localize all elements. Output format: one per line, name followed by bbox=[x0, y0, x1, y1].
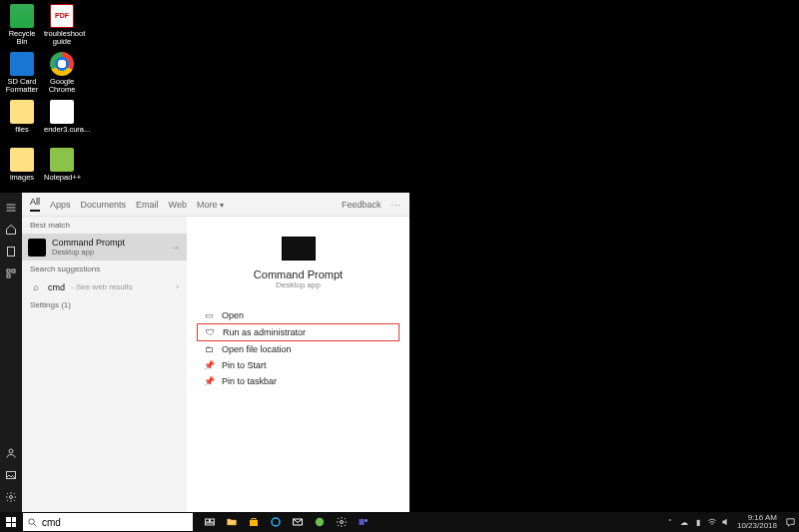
tab-apps[interactable]: Apps bbox=[50, 200, 71, 210]
search-tabs: All Apps Documents Email Web More Feedba… bbox=[22, 193, 409, 217]
mail-button[interactable] bbox=[287, 512, 309, 532]
tray-network-icon[interactable] bbox=[705, 517, 719, 527]
svg-point-7 bbox=[29, 518, 34, 524]
windows-logo-icon bbox=[6, 517, 16, 527]
apps-icon[interactable] bbox=[0, 263, 22, 284]
taskbar-search-input[interactable] bbox=[42, 517, 193, 528]
picture-icon[interactable] bbox=[0, 464, 22, 486]
action-pin-to-start[interactable]: 📌 Pin to Start bbox=[197, 357, 400, 373]
tab-all[interactable]: All bbox=[30, 197, 40, 212]
svg-point-6 bbox=[10, 496, 13, 499]
tab-more[interactable]: More bbox=[197, 200, 224, 210]
app-green-button[interactable] bbox=[309, 512, 331, 532]
desktop-icon-troubleshoot-guide[interactable]: troubleshoot guide bbox=[44, 4, 80, 47]
action-run-as-administrator[interactable]: 🛡 Run as administrator bbox=[197, 323, 400, 341]
search-rail bbox=[0, 193, 22, 512]
action-center-button[interactable] bbox=[781, 512, 799, 532]
taskbar-search-box[interactable] bbox=[23, 513, 193, 531]
pin-icon: 📌 bbox=[203, 376, 215, 386]
arrow-right-icon: → bbox=[171, 242, 181, 253]
search-icon: ⌕ bbox=[30, 281, 42, 292]
tab-web[interactable]: Web bbox=[169, 200, 187, 210]
svg-point-12 bbox=[272, 518, 280, 526]
action-pin-to-taskbar[interactable]: 📌 Pin to taskbar bbox=[197, 373, 400, 389]
hamburger-icon[interactable] bbox=[0, 197, 22, 219]
taskbar-apps bbox=[199, 512, 375, 532]
suggestion-cmd-web[interactable]: ⌕ cmd - See web results › bbox=[22, 277, 187, 296]
svg-rect-3 bbox=[7, 274, 10, 277]
desktop-icon-recycle-bin[interactable]: Recycle Bin bbox=[4, 4, 40, 47]
desktop-icon-images[interactable]: images bbox=[4, 148, 40, 182]
search-preview-pane: Command Prompt Desktop app ▭ Open 🛡 Run … bbox=[187, 217, 409, 512]
svg-point-4 bbox=[9, 449, 13, 453]
shield-icon: 🛡 bbox=[204, 327, 216, 337]
svg-point-14 bbox=[341, 521, 344, 524]
best-match-command-prompt[interactable]: Command Prompt Desktop app → bbox=[22, 234, 187, 261]
desktop-icon-ender3-cura[interactable]: ender3.cura... bbox=[44, 100, 80, 134]
preview-subtitle: Desktop app bbox=[276, 280, 321, 289]
tab-email[interactable]: Email bbox=[136, 200, 159, 210]
settings-button[interactable] bbox=[331, 512, 353, 532]
taskbar-clock[interactable]: 9:16 AM 10/23/2018 bbox=[733, 514, 781, 530]
best-match-title: Command Prompt bbox=[52, 238, 125, 248]
svg-point-13 bbox=[316, 518, 324, 526]
desktop-icon-notepadpp[interactable]: Notepad++ bbox=[44, 148, 80, 182]
svg-rect-0 bbox=[8, 248, 15, 257]
open-icon: ▭ bbox=[203, 310, 215, 320]
edge-button[interactable] bbox=[265, 512, 287, 532]
pin-icon: 📌 bbox=[203, 360, 215, 370]
svg-rect-2 bbox=[12, 269, 15, 272]
terminal-icon bbox=[282, 237, 316, 261]
home-icon[interactable] bbox=[0, 219, 22, 241]
taskbar: ˄ ☁ ▮ 9:16 AM 10/23/2018 bbox=[0, 512, 799, 532]
desktop-icon-google-chrome[interactable]: Google Chrome bbox=[44, 52, 80, 95]
gear-icon[interactable] bbox=[0, 486, 22, 508]
svg-rect-15 bbox=[360, 519, 365, 525]
desktop-icon-files[interactable]: files bbox=[4, 100, 40, 134]
search-results-list: Best match Command Prompt Desktop app → … bbox=[22, 217, 187, 512]
svg-rect-10 bbox=[206, 523, 215, 525]
best-match-header: Best match bbox=[22, 217, 187, 234]
action-list: ▭ Open 🛡 Run as administrator 🗀 Open fil… bbox=[197, 307, 400, 389]
document-icon[interactable] bbox=[0, 241, 22, 263]
start-button[interactable] bbox=[0, 512, 22, 532]
feedback-link[interactable]: Feedback bbox=[342, 200, 382, 210]
tray-onedrive-icon[interactable]: ☁ bbox=[677, 518, 691, 527]
search-panel: All Apps Documents Email Web More Feedba… bbox=[22, 193, 409, 512]
svg-rect-1 bbox=[7, 269, 10, 272]
settings-header[interactable]: Settings (1) bbox=[22, 296, 187, 313]
chevron-right-icon: › bbox=[176, 282, 179, 291]
svg-rect-8 bbox=[206, 519, 210, 522]
svg-rect-11 bbox=[250, 520, 258, 526]
file-explorer-button[interactable] bbox=[221, 512, 243, 532]
system-tray: ˄ ☁ ▮ 9:16 AM 10/23/2018 bbox=[663, 512, 799, 532]
terminal-icon bbox=[28, 239, 46, 257]
preview-title: Command Prompt bbox=[254, 268, 343, 280]
best-match-subtitle: Desktop app bbox=[52, 248, 125, 257]
folder-icon: 🗀 bbox=[203, 344, 215, 354]
store-button[interactable] bbox=[243, 512, 265, 532]
svg-point-16 bbox=[365, 519, 368, 522]
desktop-icon-sd-formatter[interactable]: SD Card Formatter bbox=[4, 52, 40, 95]
tray-battery-icon[interactable]: ▮ bbox=[691, 518, 705, 527]
action-open[interactable]: ▭ Open bbox=[197, 307, 400, 323]
more-options-icon[interactable]: ··· bbox=[391, 200, 401, 210]
teams-button[interactable] bbox=[353, 512, 375, 532]
tray-chevron-up-icon[interactable]: ˄ bbox=[663, 518, 677, 527]
task-view-button[interactable] bbox=[199, 512, 221, 532]
search-icon bbox=[27, 517, 38, 528]
search-suggestions-header: Search suggestions bbox=[22, 261, 187, 277]
tray-volume-icon[interactable] bbox=[719, 517, 733, 527]
tab-documents[interactable]: Documents bbox=[81, 200, 127, 210]
svg-rect-9 bbox=[211, 519, 215, 522]
account-icon[interactable] bbox=[0, 442, 22, 464]
action-open-file-location[interactable]: 🗀 Open file location bbox=[197, 341, 400, 357]
